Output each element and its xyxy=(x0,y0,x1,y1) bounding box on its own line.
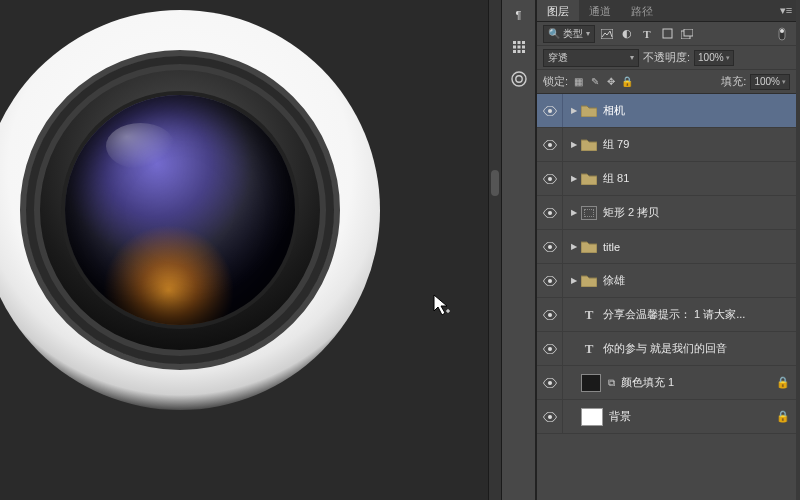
layer-name[interactable]: title xyxy=(603,241,620,253)
svg-point-9 xyxy=(512,72,526,86)
layer-link-icon[interactable]: ⧉ xyxy=(605,377,617,389)
folder-icon xyxy=(581,240,597,254)
layer-name[interactable]: 你的参与 就是我们的回音 xyxy=(603,341,727,356)
scrollbar-thumb[interactable] xyxy=(491,170,499,196)
layer-name[interactable]: 矩形 2 拷贝 xyxy=(603,205,659,220)
filter-type-label: 类型 xyxy=(563,27,583,41)
disclosure-triangle-icon[interactable]: ▶ xyxy=(569,106,579,115)
layer-row[interactable]: ▶矩形 2 拷贝 xyxy=(537,196,796,230)
visibility-eye-icon[interactable] xyxy=(537,94,563,127)
panel-menu-icon[interactable]: ▾≡ xyxy=(776,0,796,21)
lock-transparent-icon[interactable]: ▦ xyxy=(572,75,585,88)
filter-shape-icon[interactable] xyxy=(659,26,675,42)
layers-list[interactable]: ▶相机▶组 79▶组 81▶矩形 2 拷贝▶title▶徐雄T分享会温馨提示： … xyxy=(537,94,796,500)
lock-pixels-icon[interactable]: ✎ xyxy=(588,75,601,88)
background-thumb xyxy=(581,408,603,426)
lock-fill-row: 锁定: ▦ ✎ ✥ 🔒 填充: 100% ▾ xyxy=(537,70,796,94)
layer-row[interactable]: ▶组 79 xyxy=(537,128,796,162)
shape-layer-icon xyxy=(581,206,597,220)
align-panel-icon[interactable] xyxy=(509,38,529,56)
fill-label: 填充: xyxy=(721,74,746,89)
canvas-artwork xyxy=(0,0,390,450)
text-layer-icon: T xyxy=(581,341,597,357)
panel-tabs: 图层 通道 路径 ▾≡ xyxy=(537,0,796,22)
layer-row[interactable]: ▶徐雄 xyxy=(537,264,796,298)
svg-point-20 xyxy=(548,211,552,215)
disclosure-triangle-icon[interactable]: ▶ xyxy=(569,174,579,183)
layer-row[interactable]: 背景🔒 xyxy=(537,400,796,434)
lock-icon[interactable]: 🔒 xyxy=(776,410,790,423)
lock-position-icon[interactable]: ✥ xyxy=(604,75,617,88)
filter-smart-icon[interactable] xyxy=(679,26,695,42)
fill-value: 100% xyxy=(754,76,780,87)
cc-libraries-icon[interactable] xyxy=(509,70,529,88)
svg-rect-12 xyxy=(663,29,672,38)
filter-adjust-icon[interactable]: ◐ xyxy=(619,26,635,42)
layer-row[interactable]: ▶title xyxy=(537,230,796,264)
layer-name[interactable]: 组 81 xyxy=(603,171,629,186)
disclosure-triangle-icon[interactable]: ▶ xyxy=(569,242,579,251)
svg-rect-0 xyxy=(513,41,516,44)
lock-buttons: ▦ ✎ ✥ 🔒 xyxy=(572,75,633,88)
fill-layer-thumb xyxy=(581,374,601,392)
layer-row[interactable]: T你的参与 就是我们的回音 xyxy=(537,332,796,366)
opacity-input[interactable]: 100% ▾ xyxy=(694,50,734,66)
lens-barrel xyxy=(20,50,340,370)
svg-rect-14 xyxy=(684,29,693,36)
visibility-eye-icon[interactable] xyxy=(537,400,563,433)
visibility-eye-icon[interactable] xyxy=(537,298,563,331)
chevron-down-icon: ▾ xyxy=(630,53,634,62)
svg-rect-6 xyxy=(513,50,516,53)
folder-icon xyxy=(581,138,597,152)
search-icon: 🔍 xyxy=(548,28,560,39)
disclosure-triangle-icon[interactable]: ▶ xyxy=(569,276,579,285)
svg-point-19 xyxy=(548,177,552,181)
tab-layers[interactable]: 图层 xyxy=(537,0,579,21)
layer-row[interactable]: ▶相机 xyxy=(537,94,796,128)
blend-opacity-row: 穿透 ▾ 不透明度: 100% ▾ xyxy=(537,46,796,70)
folder-icon xyxy=(581,172,597,186)
document-canvas[interactable] xyxy=(0,0,488,500)
tab-paths[interactable]: 路径 xyxy=(621,0,663,21)
tab-channels[interactable]: 通道 xyxy=(579,0,621,21)
svg-point-16 xyxy=(780,29,784,33)
svg-point-25 xyxy=(548,381,552,385)
svg-point-22 xyxy=(548,279,552,283)
lock-all-icon[interactable]: 🔒 xyxy=(620,75,633,88)
svg-rect-5 xyxy=(522,46,525,49)
blend-mode-value: 穿透 xyxy=(548,51,568,65)
filter-toggle-switch[interactable] xyxy=(774,26,790,42)
disclosure-triangle-icon[interactable]: ▶ xyxy=(569,140,579,149)
filter-text-icon[interactable]: T xyxy=(639,26,655,42)
layer-name[interactable]: 颜色填充 1 xyxy=(621,375,674,390)
collapsed-toolstrip: ¶ xyxy=(502,0,536,500)
fill-input[interactable]: 100% ▾ xyxy=(750,74,790,90)
visibility-eye-icon[interactable] xyxy=(537,264,563,297)
visibility-eye-icon[interactable] xyxy=(537,162,563,195)
chevron-down-icon: ▾ xyxy=(782,78,786,86)
layer-row[interactable]: T分享会温馨提示： 1 请大家... xyxy=(537,298,796,332)
layer-filter-row: 🔍 类型 ▾ ◐ T xyxy=(537,22,796,46)
disclosure-triangle-icon[interactable]: ▶ xyxy=(569,208,579,217)
panel-resize-edge[interactable] xyxy=(796,0,800,500)
layer-name[interactable]: 组 79 xyxy=(603,137,629,152)
visibility-eye-icon[interactable] xyxy=(537,230,563,263)
visibility-eye-icon[interactable] xyxy=(537,332,563,365)
layer-name[interactable]: 相机 xyxy=(603,103,625,118)
layer-row[interactable]: ▶组 81 xyxy=(537,162,796,196)
blend-mode-select[interactable]: 穿透 ▾ xyxy=(543,49,639,67)
lock-icon[interactable]: 🔒 xyxy=(776,376,790,389)
visibility-eye-icon[interactable] xyxy=(537,196,563,229)
visibility-eye-icon[interactable] xyxy=(537,128,563,161)
canvas-scrollbar[interactable] xyxy=(488,0,502,500)
layer-row[interactable]: ⧉颜色填充 1🔒 xyxy=(537,366,796,400)
paragraph-panel-icon[interactable]: ¶ xyxy=(509,6,529,24)
layer-name[interactable]: 背景 xyxy=(609,409,631,424)
svg-rect-7 xyxy=(517,50,520,53)
layer-name[interactable]: 徐雄 xyxy=(603,273,625,288)
filter-pixel-icon[interactable] xyxy=(599,26,615,42)
lens-glass xyxy=(65,95,295,325)
layer-name[interactable]: 分享会温馨提示： 1 请大家... xyxy=(603,307,745,322)
filter-type-select[interactable]: 🔍 类型 ▾ xyxy=(543,25,595,43)
visibility-eye-icon[interactable] xyxy=(537,366,563,399)
